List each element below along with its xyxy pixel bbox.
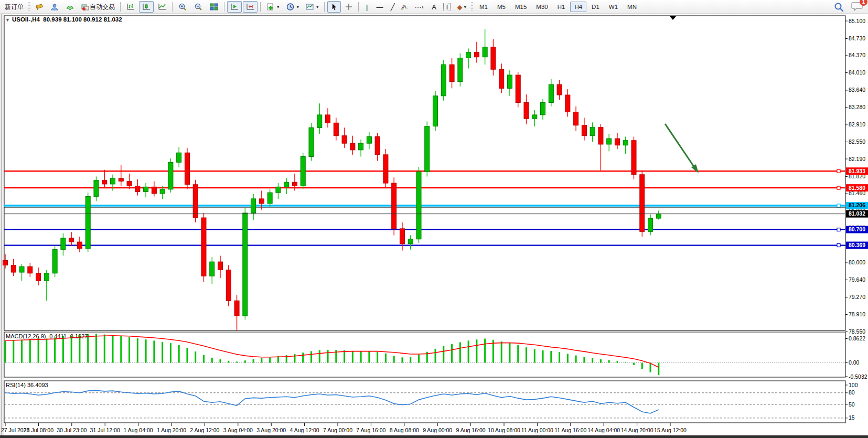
channel-sub-label: E	[405, 5, 408, 9]
svg-text:79.640: 79.640	[849, 276, 865, 283]
new-chart-button[interactable]: ▾	[263, 1, 282, 13]
svg-text:1 Aug 20:00: 1 Aug 20:00	[157, 427, 186, 433]
toolbar-separator	[224, 2, 224, 12]
svg-text:80.700: 80.700	[849, 226, 865, 232]
timeframe-d1[interactable]: D1	[587, 2, 604, 12]
toolbar-separator	[260, 2, 261, 12]
arrows-icon: ◆	[457, 4, 462, 10]
timeframe-mn[interactable]: MN	[623, 2, 641, 12]
chart-image-icon	[305, 3, 315, 11]
order-book-icon	[35, 3, 44, 11]
timeframe-h4[interactable]: H4	[570, 2, 586, 12]
timeframe-m15[interactable]: M15	[511, 2, 531, 12]
svg-text:84.370: 84.370	[849, 52, 865, 58]
candlestick-chart-icon	[142, 3, 151, 11]
horizontal-line-button[interactable]: —	[374, 1, 386, 13]
horizontal-line-icon: —	[377, 4, 383, 10]
svg-text:7 Aug 00:00: 7 Aug 00:00	[323, 427, 352, 433]
auto-scroll-button[interactable]	[227, 1, 242, 13]
svg-text:4 Aug 12:00: 4 Aug 12:00	[290, 427, 319, 433]
crosshair-button[interactable]	[342, 1, 356, 13]
line-chart-button[interactable]	[155, 1, 169, 13]
chart-canvas[interactable]: 85.10084.73084.37084.01083.64083.28082.9…	[0, 0, 868, 438]
svg-text:82.910: 82.910	[849, 121, 865, 127]
dropdown-arrow-icon: ▾	[297, 4, 299, 9]
zoom-in-icon	[178, 3, 187, 11]
chart-shift-icon	[245, 3, 255, 11]
chart-snapshot-button[interactable]: ▾	[303, 1, 322, 13]
svg-text:84.010: 84.010	[849, 69, 865, 76]
svg-text:100: 100	[849, 382, 858, 388]
svg-text:30 Jul 23:00: 30 Jul 23:00	[57, 427, 87, 433]
notifications-button[interactable]: 1	[851, 1, 864, 14]
svg-text:84.730: 84.730	[849, 35, 865, 41]
svg-text:28 Jul 08:00: 28 Jul 08:00	[24, 427, 53, 433]
svg-text:83.640: 83.640	[849, 87, 865, 93]
svg-text:15: 15	[849, 414, 855, 421]
svg-text:10 Aug 08:00: 10 Aug 08:00	[488, 427, 520, 433]
tile-windows-icon	[209, 3, 219, 11]
toolbar-separator	[358, 2, 359, 12]
timeframe-m1[interactable]: M1	[475, 2, 492, 12]
bar-chart-button[interactable]	[123, 1, 138, 13]
text-button[interactable]: A	[428, 1, 440, 13]
autotrading-icon	[81, 3, 90, 11]
svg-text:78.550: 78.550	[849, 328, 865, 335]
zoom-out-button[interactable]	[191, 1, 206, 13]
toolbar-separator	[324, 2, 325, 12]
svg-text:81.933: 81.933	[849, 168, 865, 174]
new-order-button[interactable]: 新订单	[2, 1, 26, 13]
orders-button[interactable]	[33, 1, 47, 13]
svg-text:81.032: 81.032	[849, 210, 865, 217]
zoom-out-icon	[194, 3, 203, 11]
svg-text:82.550: 82.550	[849, 138, 865, 145]
svg-text:7 Aug 16:00: 7 Aug 16:00	[356, 427, 385, 433]
svg-text:0.8622: 0.8622	[849, 335, 865, 341]
timeframe-w1[interactable]: W1	[605, 2, 622, 12]
bar-chart-icon	[126, 3, 135, 11]
trendline-button[interactable]: ╱	[387, 1, 399, 13]
timeframe-m5[interactable]: M5	[493, 2, 510, 12]
fibonacci-button[interactable]: ⋯F	[412, 1, 427, 13]
crosshair-icon	[345, 3, 353, 11]
timeframe-h1[interactable]: H1	[553, 2, 570, 12]
text-label-button[interactable]: T	[441, 1, 453, 13]
candlestick-chart-button[interactable]	[139, 1, 154, 13]
tile-windows-button[interactable]	[207, 1, 221, 13]
svg-text:9 Aug 16:00: 9 Aug 16:00	[456, 427, 486, 433]
svg-text:83.280: 83.280	[849, 104, 865, 110]
collapse-arrow-icon[interactable]: ▼	[5, 17, 10, 23]
dropdown-arrow-icon: ▾	[464, 4, 466, 9]
arrows-button[interactable]: ◆▾	[454, 1, 469, 13]
cursor-button[interactable]	[327, 1, 341, 13]
timeframe-m30[interactable]: M30	[532, 2, 552, 12]
svg-text:3 Aug 20:00: 3 Aug 20:00	[256, 427, 286, 433]
chart-title: ▼USOil-,H4 80.939 81.100 80.912 81.032	[5, 16, 122, 23]
search-icon[interactable]	[833, 2, 845, 13]
signals-button[interactable]	[63, 1, 77, 13]
chart-shift-button[interactable]	[243, 1, 258, 13]
svg-text:11 Aug 00:00: 11 Aug 00:00	[521, 427, 553, 433]
line-chart-icon	[157, 3, 167, 11]
svg-text:11 Aug 16:00: 11 Aug 16:00	[554, 427, 586, 433]
clock-icon	[286, 3, 295, 11]
community-button[interactable]	[48, 1, 62, 13]
svg-text:80: 80	[849, 389, 855, 396]
vertical-line-icon: |	[366, 4, 368, 10]
svg-text:15 Aug 12:00: 15 Aug 12:00	[654, 427, 687, 433]
zoom-in-button[interactable]	[175, 1, 190, 13]
text-icon: A	[432, 4, 436, 10]
period-dropdown-button[interactable]: ▾	[283, 1, 302, 13]
autotrading-button[interactable]: 自动交易	[78, 1, 117, 13]
svg-text:81.580: 81.580	[849, 185, 865, 191]
auto-scroll-icon	[230, 3, 239, 11]
chart-symbol-period: USOil-,H4	[12, 16, 40, 23]
profile-cloud-icon	[50, 3, 59, 11]
svg-text:78.910: 78.910	[849, 311, 865, 317]
svg-text:85.100: 85.100	[849, 18, 865, 24]
channel-button[interactable]: ∕∕E	[400, 1, 411, 13]
vertical-line-button[interactable]: |	[361, 1, 373, 13]
svg-text:8 Aug 08:00: 8 Aug 08:00	[390, 427, 419, 433]
svg-text:14 Aug 04:00: 14 Aug 04:00	[587, 427, 620, 433]
svg-text:3 Aug 04:00: 3 Aug 04:00	[223, 427, 253, 433]
